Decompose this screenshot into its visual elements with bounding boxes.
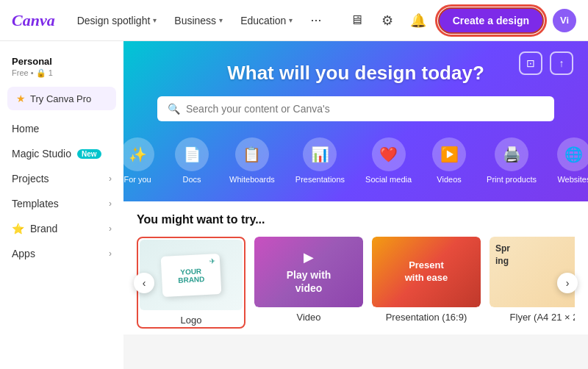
new-badge: New bbox=[77, 149, 101, 159]
sidebar-item-home[interactable]: Home bbox=[0, 116, 123, 141]
category-label: Whiteboards bbox=[229, 175, 275, 184]
page-layout: Personal Free • 🔒 1 ★ Try Canva Pro Home… bbox=[0, 41, 588, 369]
sidebar-item-magic-studio[interactable]: Magic Studio New bbox=[0, 141, 123, 166]
scroll-right-button[interactable]: › bbox=[557, 273, 578, 293]
user-name: Personal bbox=[12, 56, 112, 67]
resize-icon[interactable]: ⊡ bbox=[519, 51, 542, 75]
sidebar-item-templates[interactable]: Templates › bbox=[0, 191, 123, 216]
chevron-right-icon: › bbox=[109, 223, 112, 234]
chevron-down-icon: ▾ bbox=[219, 16, 223, 24]
user-plan: Free • 🔒 1 bbox=[12, 68, 53, 78]
main-nav: Design spotlight ▾ Business ▾ Education … bbox=[70, 8, 345, 32]
suggestion-label: Presentation (16:9) bbox=[372, 312, 481, 323]
chevron-down-icon: ▾ bbox=[289, 16, 293, 24]
nav-business[interactable]: Business ▾ bbox=[167, 10, 230, 31]
category-label: Print products bbox=[487, 175, 537, 184]
apps-label: Apps bbox=[12, 248, 35, 259]
upload-icon[interactable]: ↑ bbox=[550, 51, 573, 75]
flyer-thumbnail: Spring bbox=[490, 237, 575, 307]
projects-label: Projects bbox=[12, 173, 49, 184]
chevron-down-icon: ▾ bbox=[153, 16, 157, 24]
header-right: 🖥 ⚙ 🔔 Create a design Vi bbox=[345, 7, 576, 34]
search-bar: 🔍 bbox=[157, 96, 554, 121]
docs-icon: 📄 bbox=[175, 137, 209, 171]
user-meta: Free • 🔒 1 bbox=[12, 68, 112, 78]
category-label: Websites bbox=[557, 175, 588, 184]
try-canva-pro-button[interactable]: ★ Try Canva Pro bbox=[7, 87, 116, 110]
suggestion-card-presentation[interactable]: Presentwith ease Presentation (16:9) bbox=[372, 237, 481, 329]
category-presentations[interactable]: 📊 Presentations bbox=[285, 135, 355, 187]
star-icon: ★ bbox=[16, 93, 26, 104]
create-design-button[interactable]: Create a design bbox=[438, 7, 544, 34]
sidebar-item-brand[interactable]: ⭐ Brand › bbox=[0, 216, 123, 241]
home-label: Home bbox=[12, 123, 39, 135]
hero-title: What will you design today? bbox=[141, 62, 570, 85]
suggestions-row-wrapper: ‹ YOURBRAND ✈ bbox=[137, 237, 575, 329]
presentations-icon: 📊 bbox=[303, 137, 337, 171]
chevron-right-icon: › bbox=[109, 198, 112, 209]
brand-label: Brand bbox=[30, 223, 57, 234]
category-label: For you bbox=[123, 175, 151, 184]
category-whiteboards[interactable]: 📋 Whiteboards bbox=[219, 135, 285, 187]
suggestion-label: Flyer (A4 21 × 2 bbox=[490, 312, 575, 323]
header: Canva Design spotlight ▾ Business ▾ Educ… bbox=[0, 0, 588, 41]
chevron-right-icon: › bbox=[109, 248, 112, 259]
category-for-you[interactable]: ✨ For you bbox=[123, 135, 165, 187]
category-label: Presentations bbox=[295, 175, 345, 184]
avatar[interactable]: Vi bbox=[553, 9, 576, 32]
suggestions-row: YOURBRAND ✈ Logo bbox=[137, 237, 575, 329]
nav-design-spotlight[interactable]: Design spotlight ▾ bbox=[70, 10, 165, 31]
monitor-icon[interactable]: 🖥 bbox=[345, 10, 368, 32]
search-input[interactable] bbox=[186, 103, 544, 115]
category-videos[interactable]: ▶️ Videos bbox=[422, 135, 476, 187]
search-icon: 🔍 bbox=[168, 103, 180, 115]
main-content: ⊡ ↑ What will you design today? 🔍 ✨ For … bbox=[123, 41, 588, 369]
suggestions-title: You might want to try... bbox=[137, 213, 575, 226]
templates-label: Templates bbox=[12, 198, 59, 209]
videos-icon: ▶️ bbox=[432, 137, 466, 171]
suggestion-label: Video bbox=[254, 312, 363, 323]
websites-icon: 🌐 bbox=[557, 137, 588, 171]
print-icon: 🖨️ bbox=[495, 137, 528, 171]
sidebar-item-projects[interactable]: Projects › bbox=[0, 166, 123, 191]
category-print-products[interactable]: 🖨️ Print products bbox=[476, 135, 547, 187]
hero-banner: ⊡ ↑ What will you design today? 🔍 ✨ For … bbox=[123, 41, 588, 201]
gear-icon[interactable]: ⚙ bbox=[376, 10, 398, 32]
video-thumbnail: ▶ Play withvideo bbox=[254, 237, 363, 307]
suggestion-card-video[interactable]: ▶ Play withvideo Video bbox=[254, 237, 363, 329]
whiteboards-icon: 📋 bbox=[235, 137, 269, 171]
bell-icon[interactable]: 🔔 bbox=[407, 10, 429, 32]
category-docs[interactable]: 📄 Docs bbox=[165, 135, 219, 187]
social-media-icon: ❤️ bbox=[372, 137, 406, 171]
suggestions-section: You might want to try... ‹ YOURBRAND ✈ bbox=[123, 201, 588, 334]
category-websites[interactable]: 🌐 Websites bbox=[547, 135, 588, 187]
category-list: ✨ For you 📄 Docs 📋 Whiteboards 📊 Present… bbox=[141, 135, 570, 187]
scroll-left-button[interactable]: ‹ bbox=[134, 273, 154, 293]
sidebar-user: Personal Free • 🔒 1 bbox=[0, 50, 123, 87]
logo-thumbnail: YOURBRAND ✈ bbox=[140, 240, 243, 310]
brand-icon: ⭐ bbox=[12, 223, 24, 234]
nav-more-button[interactable]: ··· bbox=[303, 8, 329, 32]
play-icon: ▶ bbox=[287, 249, 331, 265]
nav-education[interactable]: Education ▾ bbox=[233, 10, 300, 31]
category-label: Videos bbox=[437, 175, 461, 184]
presentation-thumbnail: Presentwith ease bbox=[372, 237, 481, 307]
magic-studio-label: Magic Studio bbox=[12, 148, 71, 160]
for-you-icon: ✨ bbox=[123, 137, 154, 171]
hero-actions: ⊡ ↑ bbox=[519, 51, 573, 75]
try-pro-label: Try Canva Pro bbox=[30, 93, 91, 104]
suggestion-label: Logo bbox=[140, 315, 243, 326]
sidebar: Personal Free • 🔒 1 ★ Try Canva Pro Home… bbox=[0, 41, 123, 369]
category-label: Docs bbox=[183, 175, 201, 184]
category-social-media[interactable]: ❤️ Social media bbox=[355, 135, 422, 187]
chevron-right-icon: › bbox=[109, 173, 112, 184]
category-label: Social media bbox=[365, 175, 412, 184]
canva-logo[interactable]: Canva bbox=[12, 11, 55, 30]
sidebar-item-apps[interactable]: Apps › bbox=[0, 241, 123, 266]
